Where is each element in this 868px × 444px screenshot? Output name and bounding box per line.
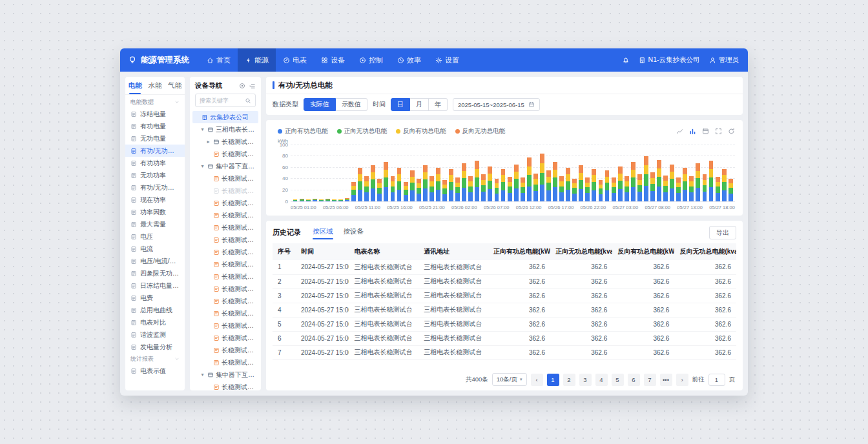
tree-caret[interactable]: ▾ [200,372,205,378]
stacked-bar[interactable] [423,145,428,201]
search-input[interactable] [200,97,242,104]
stacked-bar[interactable] [501,145,506,201]
stacked-bar[interactable] [410,145,415,201]
data-view-tool[interactable] [702,128,709,135]
stacked-bar[interactable] [696,145,700,201]
stacked-bar[interactable] [313,145,317,201]
stacked-bar[interactable] [540,145,544,201]
page-button-2[interactable]: 2 [563,374,575,386]
tree-node[interactable]: 长稳测试直通7 [192,234,258,246]
stacked-bar[interactable] [417,145,421,201]
tree-node[interactable]: 长稳测试直通16 [192,344,258,356]
stacked-bar[interactable] [436,145,440,201]
nav-item-energy[interactable]: 能源 [238,48,276,72]
stacked-bar[interactable] [559,145,564,201]
stacked-bar[interactable] [566,145,570,201]
nav-item-device[interactable]: 设备 [314,48,352,72]
sidebar-menu-item[interactable]: 有功电量 [125,120,185,132]
notification-bell-icon[interactable] [622,56,630,64]
stacked-bar[interactable] [605,145,610,201]
sidebar-menu-item[interactable]: 有功/无功功率 [125,181,185,194]
device-search[interactable] [195,94,256,107]
sidebar-menu-item[interactable]: 有功功率 [125,157,185,169]
tree-node[interactable]: 长稳测试直通12 [192,295,258,307]
stacked-bar[interactable] [338,145,343,201]
nav-item-meter[interactable]: 电表 [276,48,314,72]
tree-node[interactable]: 长稳测试直通8 [192,246,258,258]
tree-node[interactable]: ▸长稳测试台322... [192,136,258,148]
history-tab-by-region[interactable]: 按区域 [313,226,333,239]
legend-item[interactable]: 反向无功总电能 [455,127,506,136]
nav-item-control[interactable]: 控制 [352,48,390,72]
search-icon[interactable] [245,97,251,104]
page-button-4[interactable]: 4 [595,374,608,386]
more-pages-button[interactable]: ••• [660,374,672,386]
sidebar-menu-item[interactable]: 功率因数 [125,206,185,218]
company-switcher[interactable]: N1-云集抄表公司 [639,56,700,65]
stacked-bar[interactable] [397,145,402,201]
sidebar-tab-electric[interactable]: 电能 [129,77,142,94]
stacked-bar[interactable] [293,145,298,201]
tree-settings-icon[interactable] [239,83,245,89]
stacked-bar[interactable] [481,145,486,201]
page-button-6[interactable]: 6 [628,374,640,386]
page-button-1[interactable]: 1 [547,374,559,386]
time-option-year[interactable]: 年 [429,98,448,111]
stacked-bar[interactable] [345,145,349,201]
sidebar-menu-item[interactable]: 电表示值 [125,365,185,377]
sidebar-menu-item[interactable]: 电表对比 [125,316,185,328]
line-chart-tool[interactable] [676,128,683,135]
tree-caret[interactable]: ▾ [200,163,205,169]
tree-node[interactable]: ▾集中器下直通表 [192,160,258,172]
tree-node[interactable]: 长稳测试直通10 [192,270,258,283]
nav-item-settings[interactable]: 设置 [428,48,466,72]
sidebar-menu-item[interactable]: 电压/电流/频率 [125,255,185,267]
stacked-bar[interactable] [546,145,551,201]
tree-caret[interactable]: ▾ [200,126,205,132]
stacked-bar[interactable] [722,145,727,201]
stacked-bar[interactable] [449,145,453,201]
stacked-bar[interactable] [592,145,596,201]
tree-node-company[interactable]: 云集抄表公司 [192,111,258,123]
history-tab-by-device[interactable]: 按设备 [344,226,364,239]
bar-chart-tool[interactable] [689,128,696,135]
collapse-tree-icon[interactable] [249,83,256,90]
sidebar-menu-item[interactable]: 无功电量 [125,132,185,145]
stacked-bar[interactable] [442,145,447,201]
stacked-bar[interactable] [612,145,616,201]
stacked-bar[interactable] [657,145,661,201]
legend-item[interactable]: 反向有功总电能 [396,127,446,136]
stacked-bar[interactable] [663,145,668,201]
tree-node[interactable]: ▾集中器下互感表 [192,368,258,381]
data-type-option-display[interactable]: 示数值 [336,98,367,111]
date-range-picker[interactable]: 2025-05-15~2025-06-15 [453,98,540,111]
sidebar-menu-item[interactable]: 冻结电量 [125,108,185,120]
tree-node[interactable]: 长稳测试直通11 [192,283,258,295]
page-button-3[interactable]: 3 [579,374,592,386]
stacked-bar[interactable] [514,145,519,201]
stacked-bar[interactable] [572,145,577,201]
stacked-bar[interactable] [683,145,687,201]
stacked-bar[interactable] [404,145,408,201]
sidebar-menu-item[interactable]: 谐波监测 [125,328,185,341]
stacked-bar[interactable] [579,145,583,201]
stacked-bar[interactable] [364,145,369,201]
stacked-bar[interactable] [455,145,460,201]
goto-page-input[interactable] [708,374,725,386]
tree-node[interactable]: 长稳测试直通13 [192,307,258,319]
stacked-bar[interactable] [306,145,311,201]
stacked-bar[interactable] [637,145,642,201]
stacked-bar[interactable] [371,145,375,201]
page-size-select[interactable]: 10条/页▾ [492,373,527,386]
stacked-bar[interactable] [625,145,629,201]
sidebar-menu-item[interactable]: 电费 [125,292,185,304]
sidebar-menu-item[interactable]: 有功/无功总电能 [125,145,185,157]
export-button[interactable]: 导出 [709,226,736,239]
tree-node[interactable]: 长稳测试互感1 [192,381,258,390]
tree-node[interactable]: 长稳测试直通1 [192,148,258,160]
sidebar-menu-item[interactable]: 发电量分析 [125,341,185,353]
stacked-bar[interactable] [332,145,336,201]
stacked-bar[interactable] [300,145,304,201]
stacked-bar[interactable] [599,145,603,201]
tree-node[interactable]: 长稳测试直通14 [192,319,258,332]
